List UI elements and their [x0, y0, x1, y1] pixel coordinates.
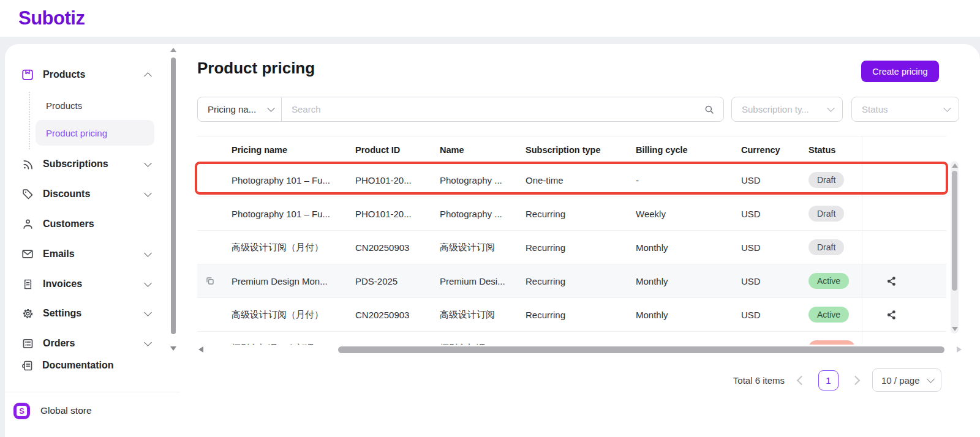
subscription-type-filter-value: Subscription ty... [742, 104, 809, 114]
horizontal-scrollbar-thumb[interactable] [338, 346, 944, 353]
cell-pricing-name: Photography 101 – Fu... [232, 209, 355, 219]
brand-logo[interactable]: Subotiz [18, 7, 85, 29]
vertical-scrollbar-thumb[interactable] [952, 171, 957, 291]
cell-currency: USD [741, 209, 809, 219]
document-icon [21, 359, 34, 372]
cell-billing-cycle: Weekly [636, 209, 741, 219]
search-icon[interactable] [704, 104, 715, 115]
sidebar-item-orders[interactable]: Orders [21, 331, 151, 350]
chevron-down-icon [927, 375, 935, 383]
cell-name: 高级设计订阅 [440, 309, 526, 321]
sidebar-item-label: Products [43, 69, 137, 80]
receipt-icon [21, 277, 34, 291]
package-icon [21, 68, 34, 81]
cell-subscription-type: One-time [526, 343, 636, 345]
chevron-down-icon [144, 308, 152, 316]
cell-product-id: PHO101-20... [355, 175, 440, 185]
sidebar-item-settings[interactable]: Settings [21, 301, 151, 326]
store-switcher[interactable]: S Global store [5, 392, 180, 429]
sidebar-item-products[interactable]: Products [21, 62, 151, 87]
pricing-table: Pricing name Product ID Name Subscriptio… [197, 136, 946, 345]
search-field-selector[interactable]: Pricing na... [198, 97, 282, 121]
previous-page-button[interactable] [797, 375, 807, 385]
sidebar-item-discounts[interactable]: Discounts [21, 182, 151, 206]
cell-currency: USD [741, 276, 809, 286]
page-title: Product pricing [197, 59, 315, 78]
share-icon[interactable] [886, 310, 897, 320]
next-page-button[interactable] [851, 375, 861, 385]
filter-bar: Pricing na... Subscription ty... Status [180, 97, 980, 122]
column-header: Pricing name [232, 145, 355, 155]
tag-icon [21, 187, 34, 201]
chevron-down-icon [267, 104, 275, 112]
subscription-type-filter[interactable]: Subscription ty... [731, 97, 843, 122]
submenu-connector [29, 92, 30, 149]
chevron-up-icon [144, 72, 152, 80]
sidebar-item-emails[interactable]: Emails [21, 242, 151, 266]
scroll-down-arrow[interactable] [952, 327, 958, 331]
scroll-up-arrow[interactable] [170, 48, 176, 52]
column-header: Status [809, 145, 862, 155]
sidebar-nav: Products Products Product pricing Subscr… [5, 44, 180, 350]
sidebar-item-label: Documentation [42, 360, 113, 371]
status-badge: Draft [809, 206, 844, 222]
sidebar-item-invoices[interactable]: Invoices [21, 272, 151, 296]
cell-billing-cycle: Monthly [636, 276, 741, 286]
vertical-scrollbar[interactable] [951, 161, 959, 334]
scroll-left-arrow[interactable] [198, 346, 203, 353]
cell-pricing-name: Premium Design Mon... [232, 276, 355, 286]
status-badge: Inactive [809, 340, 855, 345]
sidebar-item-documentation[interactable]: Documentation [21, 353, 151, 378]
rss-icon [21, 157, 34, 171]
copy-icon[interactable] [205, 276, 215, 286]
cell-billing-cycle: Monthly [636, 242, 741, 253]
sidebar-item-label: Invoices [43, 278, 137, 289]
cell-status: Draft [809, 172, 862, 188]
sidebar-subitem-products[interactable]: Products [46, 96, 82, 114]
sidebar-item-label: Subscriptions [43, 159, 137, 170]
cell-product-id: PDS-2025 [355, 276, 440, 286]
chevron-down-icon [144, 189, 152, 197]
sidebar-subitem-product-pricing[interactable]: Product pricing [36, 120, 154, 146]
gear-icon [21, 307, 34, 320]
envelope-icon [21, 247, 34, 261]
search-input[interactable] [282, 97, 723, 121]
cell-pricing-name: Photography 101 – Fu... [232, 175, 355, 185]
table-row[interactable]: Photography 101 – Fu...PHO101-20...Photo… [197, 197, 946, 231]
table-row[interactable]: Photography 101 – Fu...PHO101-20...Photo… [197, 163, 946, 197]
store-name: Global store [40, 405, 92, 416]
sidebar-item-customers[interactable]: Customers [21, 212, 151, 236]
horizontal-scrollbar[interactable] [197, 346, 963, 354]
page-size-select[interactable]: 10 / page [872, 368, 941, 392]
cell-actions [862, 310, 946, 320]
main-panel: Product pricing Create pricing Pricing n… [180, 44, 980, 437]
cell-status: Draft [809, 239, 862, 255]
cell-subscription-type: Recurring [526, 310, 636, 320]
row-gutter [197, 276, 232, 286]
share-icon[interactable] [886, 276, 897, 286]
scroll-right-arrow[interactable] [957, 346, 962, 353]
sidebar-scrollbar[interactable] [170, 47, 177, 353]
scroll-up-arrow[interactable] [952, 163, 958, 168]
table-row[interactable]: 摄影入门课－全部课...CNPHO101摄影入门课One-time-USDIna… [197, 332, 946, 345]
total-items-label: Total 6 items [733, 375, 785, 386]
table-body: Photography 101 – Fu...PHO101-20...Photo… [197, 163, 946, 345]
sidebar-item-subscriptions[interactable]: Subscriptions [21, 152, 151, 176]
cell-name: 高级设计订阅 [440, 242, 526, 253]
status-filter[interactable]: Status [851, 97, 959, 122]
sidebar-item-label: Discounts [43, 189, 137, 200]
table-row[interactable]: 高级设计订阅（月付）CN20250903高级设计订阅RecurringMonth… [197, 231, 946, 264]
sidebar-scrollbar-thumb[interactable] [171, 58, 176, 334]
cell-subscription-type: Recurring [526, 242, 636, 253]
create-pricing-button[interactable]: Create pricing [861, 61, 939, 82]
pagination: Total 6 items 1 10 / page [733, 368, 941, 392]
cell-currency: USD [741, 343, 809, 345]
table-row[interactable]: 高级设计订阅（月付）CN20250903高级设计订阅RecurringMonth… [197, 298, 946, 332]
page-number-button[interactable]: 1 [818, 370, 839, 390]
scroll-down-arrow[interactable] [170, 346, 176, 351]
table-row[interactable]: Premium Design Mon...PDS-2025Premium Des… [197, 264, 946, 298]
chevron-down-icon [943, 104, 951, 112]
chevron-down-icon [144, 249, 152, 257]
cell-status: Draft [809, 206, 862, 222]
cell-currency: USD [741, 310, 809, 320]
